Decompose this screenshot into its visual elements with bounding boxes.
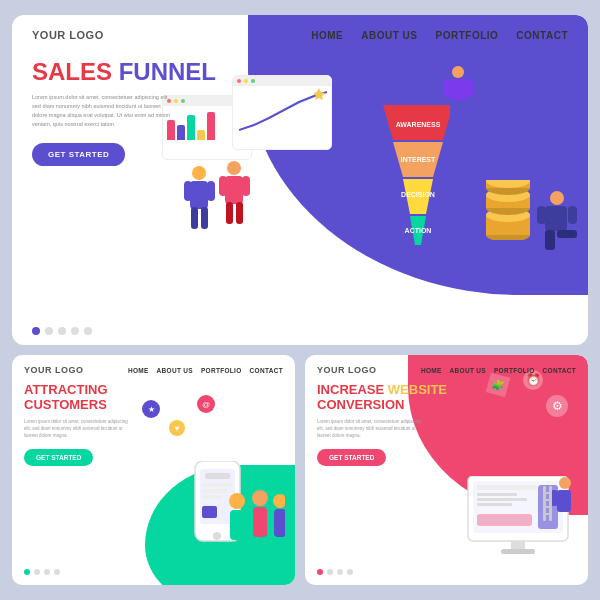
svg-rect-72 [543, 506, 552, 508]
svg-rect-68 [543, 486, 546, 521]
bottom-right-logo: YOUR LOGO [317, 365, 377, 375]
increase-conversion-card: ⏰ ⚙ 🧩 [305, 355, 588, 585]
svg-rect-73 [543, 513, 552, 515]
bl-dot-1[interactable] [24, 569, 30, 575]
dot-1[interactable] [32, 327, 40, 335]
increase-title-line1: INCREASE [317, 382, 388, 397]
bl-dot-2[interactable] [34, 569, 40, 575]
br-dot-1[interactable] [317, 569, 323, 575]
bottom-left-nav-links: HOME ABOUT US PORTFOLIO CONTACT [128, 367, 283, 374]
bl-nav-portfolio[interactable]: PORTFOLIO [201, 367, 242, 374]
svg-rect-43 [205, 473, 230, 479]
increase-conversion-content: INCREASE WEBSITE CONVERSION Lorem ipsum … [305, 375, 588, 466]
svg-point-51 [252, 490, 268, 506]
br-nav-portfolio[interactable]: PORTFOLIO [494, 367, 535, 374]
hero-description: Lorem ipsum dolor sit amet, consectetuer… [32, 93, 172, 128]
pagination-dots [12, 317, 588, 345]
increase-cta-button[interactable]: GET STARTED [317, 449, 386, 466]
svg-rect-60 [477, 503, 512, 506]
bl-dot-4[interactable] [54, 569, 60, 575]
attracting-title: ATTRACTING CUSTOMERS [24, 383, 283, 413]
attracting-description: Lorem ipsum dolor sit amet, consectetuer… [24, 418, 134, 440]
main-title: SALES FUNNEL [32, 59, 568, 85]
bottom-left-nav: YOUR LOGO HOME ABOUT US PORTFOLIO CONTAC… [12, 355, 295, 375]
bl-nav-home[interactable]: HOME [128, 367, 149, 374]
svg-point-53 [273, 494, 285, 508]
title-red: SALES [32, 58, 119, 85]
people-group [225, 486, 285, 565]
nav-about[interactable]: ABOUT US [361, 30, 417, 41]
ladder-person [543, 476, 573, 530]
get-started-button[interactable]: GET STARTED [32, 143, 125, 166]
svg-rect-54 [274, 509, 285, 537]
nav-portfolio[interactable]: PORTFOLIO [436, 30, 499, 41]
svg-rect-47 [202, 506, 217, 518]
attracting-cta-button[interactable]: GET STARTED [24, 449, 93, 466]
br-dot-2[interactable] [327, 569, 333, 575]
svg-rect-64 [501, 549, 535, 554]
br-nav-contact[interactable]: CONTACT [543, 367, 576, 374]
dot-5[interactable] [84, 327, 92, 335]
br-nav-home[interactable]: HOME [421, 367, 442, 374]
increase-title: INCREASE WEBSITE CONVERSION [317, 383, 576, 413]
dot-2[interactable] [45, 327, 53, 335]
attracting-customers-card: @ ♥ ★ [12, 355, 295, 585]
title-purple: FUNNEL [119, 58, 216, 85]
bottom-left-logo: YOUR LOGO [24, 365, 84, 375]
svg-rect-50 [230, 510, 244, 540]
svg-point-48 [213, 532, 221, 540]
svg-rect-52 [253, 507, 267, 537]
attracting-title-line2: CUSTOMERS [24, 397, 107, 412]
svg-rect-46 [202, 495, 222, 499]
logo: YOUR LOGO [32, 29, 104, 41]
bl-nav-contact[interactable]: CONTACT [250, 367, 283, 374]
nav-home[interactable]: HOME [311, 30, 343, 41]
hero-content: SALES FUNNEL Lorem ipsum dolor sit amet,… [12, 41, 588, 317]
svg-rect-70 [543, 492, 552, 494]
increase-description: Lorem ipsum dolor sit amet, consectetuer… [317, 418, 427, 440]
svg-rect-58 [477, 493, 517, 496]
svg-rect-71 [543, 499, 552, 501]
bottom-left-dots [12, 563, 72, 581]
svg-rect-66 [557, 490, 571, 512]
svg-rect-45 [202, 489, 227, 493]
top-navigation: YOUR LOGO HOME ABOUT US PORTFOLIO CONTAC… [12, 15, 588, 41]
attracting-customers-content: ATTRACTING CUSTOMERS Lorem ipsum dolor s… [12, 375, 295, 466]
br-dot-4[interactable] [347, 569, 353, 575]
svg-point-49 [229, 493, 245, 509]
dot-4[interactable] [71, 327, 79, 335]
bottom-cards-row: @ ♥ ★ [12, 355, 588, 585]
svg-point-65 [559, 477, 571, 489]
svg-rect-62 [477, 514, 532, 526]
svg-rect-69 [549, 486, 552, 521]
bottom-right-dots [305, 563, 365, 581]
bottom-right-nav-links: HOME ABOUT US PORTFOLIO CONTACT [421, 367, 576, 374]
br-dot-3[interactable] [337, 569, 343, 575]
nav-links: HOME ABOUT US PORTFOLIO CONTACT [311, 30, 568, 41]
bl-nav-about[interactable]: ABOUT US [157, 367, 193, 374]
bottom-right-nav: YOUR LOGO HOME ABOUT US PORTFOLIO CONTAC… [305, 355, 588, 375]
br-nav-about[interactable]: ABOUT US [450, 367, 486, 374]
bl-dot-3[interactable] [44, 569, 50, 575]
attracting-title-line1: ATTRACTING [24, 382, 108, 397]
nav-contact[interactable]: CONTACT [516, 30, 568, 41]
dot-3[interactable] [58, 327, 66, 335]
svg-rect-57 [477, 485, 537, 490]
increase-title-line2: CONVERSION [317, 397, 404, 412]
svg-rect-59 [477, 498, 527, 501]
increase-title-highlight: WEBSITE [388, 382, 447, 397]
top-hero-card: @ ♥ 👁 ◈ 💬 ♥ YOUR LOGO HOME ABOUT US PORT… [12, 15, 588, 345]
